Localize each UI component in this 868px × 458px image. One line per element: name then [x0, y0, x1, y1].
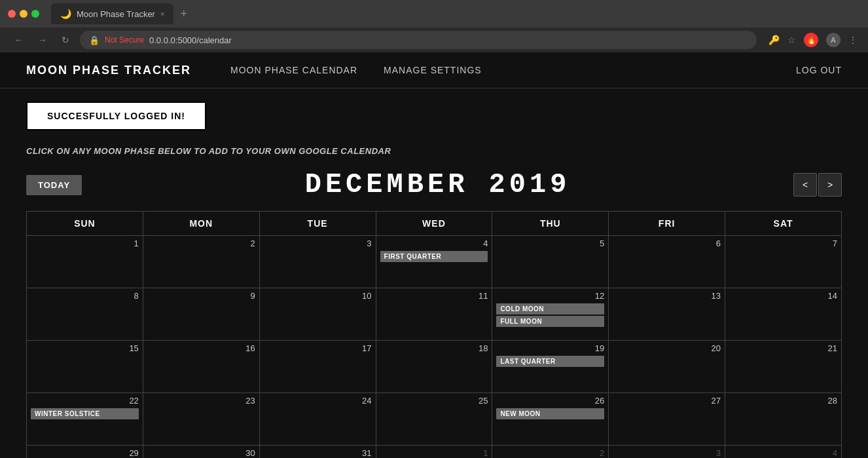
day-number: 16: [147, 343, 255, 353]
minimize-traffic-light[interactable]: [20, 10, 27, 18]
calendar-day: 3: [259, 236, 376, 288]
calendar-day: 19LAST QUARTER: [492, 341, 609, 393]
calendar-day: 22WINTER SOLSTICE: [27, 393, 143, 446]
profile-avatar[interactable]: A: [826, 33, 841, 47]
day-number: 22: [31, 396, 139, 406]
calendar-day: 13: [609, 288, 725, 341]
calendar-day: 25: [376, 393, 492, 446]
day-number: 2: [147, 239, 255, 248]
refresh-button[interactable]: ↻: [58, 33, 73, 47]
day-number: 8: [31, 291, 139, 301]
flash-container: SUCCESFULLY LOGGED IN!: [0, 88, 868, 137]
day-header-fri: FRI: [609, 212, 725, 236]
day-number: 1: [31, 239, 139, 248]
star-icon[interactable]: ☆: [787, 35, 796, 45]
day-number: 19: [496, 343, 604, 353]
maximize-traffic-light[interactable]: [31, 10, 39, 18]
day-header-tue: TUE: [259, 212, 376, 236]
day-number: 29: [31, 448, 139, 458]
nav-links: MOON PHASE CALENDAR MANAGE SETTINGS: [217, 65, 495, 75]
event-tag[interactable]: FULL MOON: [496, 316, 604, 327]
event-tag[interactable]: NEW MOON: [496, 408, 604, 419]
calendar-day: 7: [725, 236, 842, 288]
calendar-area: TODAY DECEMBER 2019 < > SUNMONTUEWEDTHUF…: [0, 162, 868, 458]
main-nav: MOON PHASE TRACKER MOON PHASE CALENDAR M…: [0, 52, 868, 88]
calendar-day: 2: [492, 446, 609, 459]
day-header-wed: WED: [376, 212, 492, 236]
prev-month-button[interactable]: <: [793, 173, 817, 197]
event-tag[interactable]: COLD MOON: [496, 303, 604, 315]
month-title: DECEMBER 2019: [82, 169, 793, 200]
logout-button[interactable]: LOG OUT: [796, 65, 842, 75]
url-display: 0.0.0.0:5000/calendar: [149, 35, 232, 45]
day-number: 28: [729, 396, 837, 406]
subtitle-text: CLICK ON ANY MOON PHASE BELOW TO ADD TO …: [0, 137, 868, 162]
calendar-nav-arrows: < >: [793, 173, 842, 197]
day-number: 24: [264, 396, 372, 406]
day-number: 6: [613, 239, 721, 248]
calendar-day: 20: [609, 341, 725, 393]
day-number: 5: [496, 239, 604, 248]
calendar-day: 15: [27, 341, 143, 393]
nav-brand[interactable]: MOON PHASE TRACKER: [26, 64, 191, 77]
calendar-day: 29: [27, 446, 143, 459]
calendar-day: 31: [259, 446, 376, 459]
close-traffic-light[interactable]: [8, 10, 16, 18]
calendar-week-row: 22WINTER SOLSTICE23242526NEW MOON2728: [27, 393, 842, 446]
calendar-week-row: 1234FIRST QUARTER567: [27, 236, 842, 288]
day-header-sun: SUN: [27, 212, 143, 236]
back-button[interactable]: ←: [10, 33, 27, 47]
day-number: 12: [496, 291, 604, 301]
day-header-thu: THU: [492, 212, 609, 236]
day-number: 18: [380, 343, 488, 353]
day-number: 3: [264, 239, 372, 248]
not-secure-label: Not Secure: [105, 35, 144, 45]
today-button[interactable]: TODAY: [26, 175, 82, 195]
day-number: 31: [264, 448, 372, 458]
new-tab-button[interactable]: +: [180, 7, 187, 21]
day-number: 26: [496, 396, 604, 406]
day-number: 7: [729, 239, 837, 248]
lock-icon: 🔒: [89, 35, 99, 45]
calendar-day: 10: [259, 288, 376, 341]
day-number: 4: [729, 448, 837, 458]
day-header-mon: MON: [143, 212, 259, 236]
event-tag[interactable]: WINTER SOLSTICE: [31, 408, 139, 419]
key-icon[interactable]: 🔑: [769, 35, 780, 45]
calendar-day: 16: [143, 341, 259, 393]
flash-message: SUCCESFULLY LOGGED IN!: [26, 102, 206, 130]
active-tab[interactable]: 🌙 Moon Phase Tracker ×: [51, 3, 173, 24]
calendar-day: 17: [259, 341, 376, 393]
day-number: 20: [613, 343, 721, 353]
event-tag[interactable]: FIRST QUARTER: [380, 251, 488, 262]
calendar-header-row: SUNMONTUEWEDTHUFRISAT: [27, 212, 842, 236]
tab-close-button[interactable]: ×: [160, 10, 164, 18]
day-number: 23: [147, 396, 255, 406]
nav-link-calendar[interactable]: MOON PHASE CALENDAR: [217, 65, 371, 75]
day-number: 27: [613, 396, 721, 406]
nav-link-settings[interactable]: MANAGE SETTINGS: [371, 65, 495, 75]
next-month-button[interactable]: >: [818, 173, 842, 197]
address-input-wrap[interactable]: 🔒 Not Secure 0.0.0.0:5000/calendar: [80, 31, 757, 49]
app-container: MOON PHASE TRACKER MOON PHASE CALENDAR M…: [0, 52, 868, 458]
calendar-week-row: 1516171819LAST QUARTER2021: [27, 341, 842, 393]
tab-favicon: 🌙: [60, 9, 71, 19]
calendar-week-row: 89101112COLD MOONFULL MOON1314: [27, 288, 842, 341]
address-right-icons: 🔑 ☆ 🔥 A ⋮: [769, 33, 858, 47]
calendar-day: 18: [376, 341, 492, 393]
calendar-day: 11: [376, 288, 492, 341]
calendar-table: SUNMONTUEWEDTHUFRISAT 1234FIRST QUARTER5…: [26, 211, 842, 458]
calendar-day: 12COLD MOONFULL MOON: [492, 288, 609, 341]
day-number: 10: [264, 291, 372, 301]
forward-button[interactable]: →: [34, 33, 51, 47]
day-number: 30: [147, 448, 255, 458]
day-number: 25: [380, 396, 488, 406]
calendar-day: 21: [725, 341, 842, 393]
day-number: 13: [613, 291, 721, 301]
day-number: 4: [380, 239, 488, 248]
extension-icon[interactable]: 🔥: [804, 33, 818, 47]
event-tag[interactable]: LAST QUARTER: [496, 356, 604, 367]
menu-icon[interactable]: ⋮: [848, 35, 858, 45]
address-bar: ← → ↻ 🔒 Not Secure 0.0.0.0:5000/calendar…: [0, 28, 868, 52]
calendar-day: 27: [609, 393, 725, 446]
